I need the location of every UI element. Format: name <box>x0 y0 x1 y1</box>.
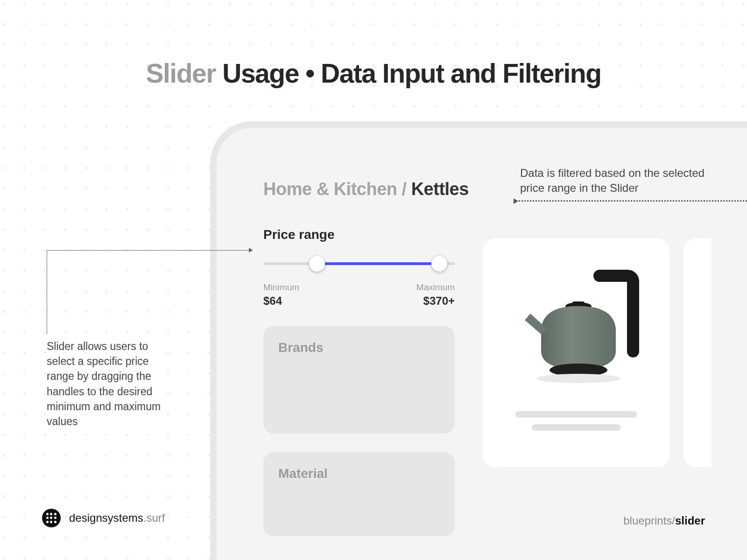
product-subtitle-placeholder <box>532 424 620 431</box>
slider-max-label: Maximum <box>416 282 455 293</box>
price-range-slider[interactable] <box>263 255 455 272</box>
filters-column: Price range Minimum $64 Maximum $370+ Br… <box>263 227 455 536</box>
slider-min-block: Minimum $64 <box>263 282 299 308</box>
brands-filter-block[interactable]: Brands <box>263 326 455 434</box>
material-filter-block[interactable]: Material <box>263 452 455 536</box>
title-rest: Usage • Data Input and Filtering <box>216 58 601 88</box>
footer-path-prefix: blueprints/ <box>623 514 675 527</box>
slider-handle-max[interactable] <box>431 256 447 272</box>
svg-point-3 <box>536 374 620 383</box>
product-title-placeholder <box>515 411 637 418</box>
annotation-right-arrow <box>515 200 747 202</box>
logo-icon <box>42 509 61 527</box>
slider-min-label: Minimum <box>263 282 299 293</box>
results-column: Data is filtered based on the selected p… <box>483 227 747 536</box>
breadcrumb-parent[interactable]: Home & Kitchen <box>263 179 397 199</box>
slider-labels: Minimum $64 Maximum $370+ <box>263 282 455 308</box>
slider-max-block: Maximum $370+ <box>416 282 455 308</box>
annotation-pointer-line-vertical <box>47 250 47 334</box>
brand-main: designsystems <box>69 511 143 524</box>
brands-title: Brands <box>278 340 440 355</box>
brand-suffix: .surf <box>143 511 165 524</box>
slider-handle-min[interactable] <box>309 256 325 272</box>
breadcrumb-current: Kettles <box>411 179 469 199</box>
slider-max-value: $370+ <box>416 294 455 308</box>
annotation-left-text: Slider allows users to select a specific… <box>47 339 177 429</box>
title-muted: Slider <box>146 58 216 88</box>
annotation-right-text: Data is filtered based on the selected p… <box>520 166 716 196</box>
price-range-title: Price range <box>263 227 455 242</box>
product-image-kettle <box>501 252 651 392</box>
product-card[interactable] <box>483 238 669 467</box>
product-card-peek[interactable] <box>684 238 712 467</box>
page-title: Slider Usage • Data Input and Filtering <box>0 58 747 89</box>
annotation-pointer-line <box>47 250 252 251</box>
slider-track-fill <box>317 262 439 265</box>
device-frame: Home & Kitchen / Kettles Price range Min… <box>210 121 747 560</box>
footer-brand[interactable]: designsystems.surf <box>42 509 165 527</box>
footer-path-name: slider <box>675 514 705 527</box>
footer-path: blueprints/slider <box>623 514 705 527</box>
breadcrumb-separator: / <box>397 179 411 199</box>
product-grid <box>483 238 747 467</box>
material-title: Material <box>278 466 440 481</box>
brand-text: designsystems.surf <box>69 511 165 525</box>
slider-min-value: $64 <box>263 294 299 308</box>
